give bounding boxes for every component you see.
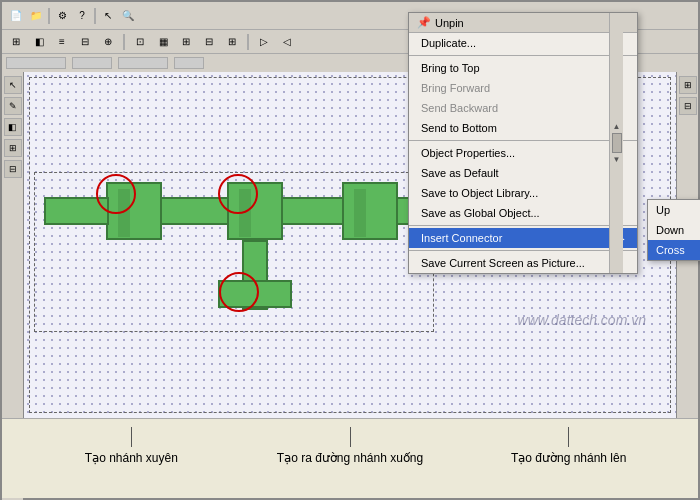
context-menu: 📌 Unpin ▲ ▼ Duplicate... Bring to Top Br… xyxy=(408,12,638,274)
menu-item-duplicate[interactable]: Duplicate... xyxy=(409,33,637,53)
tb3-element-1 xyxy=(6,57,66,69)
annotation-item-3: Tạo đường nhánh lên xyxy=(459,427,678,465)
tb2-icon-2[interactable]: ◧ xyxy=(29,33,49,51)
annotation-line-2 xyxy=(350,427,351,447)
connector-inner-right xyxy=(354,189,366,237)
tb3-element-4 xyxy=(174,57,204,69)
menu-item-insert-connector[interactable]: Insert Connector ▶ xyxy=(409,228,637,248)
annotation-line-3 xyxy=(568,427,569,447)
annotation-text-3: Tạo đường nhánh lên xyxy=(511,451,626,465)
scrollbar-container: ▲ ▼ xyxy=(609,13,623,273)
new-icon[interactable]: 📄 xyxy=(6,7,26,25)
left-sidebar-icon-4[interactable]: ⊞ xyxy=(4,139,22,157)
menu-item-save-global[interactable]: Save as Global Object... xyxy=(409,203,637,223)
tb2-icon-8[interactable]: ⊞ xyxy=(176,33,196,51)
tb2-icon-11[interactable]: ▷ xyxy=(254,33,274,51)
left-sidebar-icon-1[interactable]: ↖ xyxy=(4,76,22,94)
menu-item-bring-forward: Bring Forward xyxy=(409,78,637,98)
insert-connector-label: Insert Connector xyxy=(421,232,502,244)
submenu-item-up[interactable]: Up xyxy=(648,200,700,220)
annotation-item-1: Tạo nhánh xuyên xyxy=(22,427,241,465)
separator-1 xyxy=(48,8,50,24)
open-icon[interactable]: 📁 xyxy=(26,7,46,25)
connector-block-right xyxy=(342,182,398,240)
right-sidebar-icon-2[interactable]: ⊟ xyxy=(679,97,697,115)
menu-item-save-default[interactable]: Save as Default xyxy=(409,163,637,183)
submenu-item-cross[interactable]: Cross xyxy=(648,240,700,260)
tb2-icon-6[interactable]: ⊡ xyxy=(130,33,150,51)
scroll-down-icon[interactable]: ▼ xyxy=(613,155,621,164)
left-sidebar-icon-3[interactable]: ◧ xyxy=(4,118,22,136)
context-menu-header-label: Unpin xyxy=(435,17,464,29)
tb2-icon-7[interactable]: ▦ xyxy=(153,33,173,51)
menu-separator-2 xyxy=(409,140,637,141)
submenu-insert-connector: Up Down Cross xyxy=(647,199,700,261)
annotation-text-2: Tạo ra đường nhánh xuống xyxy=(277,451,423,465)
red-circle-bottom xyxy=(219,272,259,312)
tb2-icon-12[interactable]: ◁ xyxy=(277,33,297,51)
tb2-icon-4[interactable]: ⊟ xyxy=(75,33,95,51)
settings-icon[interactable]: ⚙ xyxy=(52,7,72,25)
tb2-icon-5[interactable]: ⊕ xyxy=(98,33,118,51)
separator-2 xyxy=(94,8,96,24)
separator-3 xyxy=(123,34,125,50)
menu-item-object-properties[interactable]: Object Properties... xyxy=(409,143,637,163)
annotation-line-1 xyxy=(131,427,132,447)
tb2-icon-1[interactable]: ⊞ xyxy=(6,33,26,51)
tb3-element-2 xyxy=(72,57,112,69)
submenu-item-down[interactable]: Down xyxy=(648,220,700,240)
menu-item-send-to-bottom[interactable]: Send to Bottom xyxy=(409,118,637,138)
menu-separator-1 xyxy=(409,55,637,56)
scroll-up-icon[interactable]: ▲ xyxy=(613,122,621,131)
red-circle-center xyxy=(218,174,258,214)
separator-4 xyxy=(247,34,249,50)
unpin-icon: 📌 xyxy=(417,16,431,29)
scrollbar-thumb xyxy=(612,133,622,153)
right-sidebar-icon-1[interactable]: ⊞ xyxy=(679,76,697,94)
tb2-icon-10[interactable]: ⊞ xyxy=(222,33,242,51)
annotation-area: Tạo nhánh xuyên Tạo ra đường nhánh xuống… xyxy=(2,418,698,498)
help-icon[interactable]: ? xyxy=(72,7,92,25)
main-window: 📄 📁 ⚙ ? ↖ 🔍 ⊞ ◧ ≡ ⊟ ⊕ ⊡ ▦ ⊞ ⊟ ⊞ ▷ ◁ xyxy=(0,0,700,500)
menu-item-bring-to-top[interactable]: Bring to Top xyxy=(409,58,637,78)
zoom-icon[interactable]: 🔍 xyxy=(118,7,138,25)
tb3-element-3 xyxy=(118,57,168,69)
menu-separator-3 xyxy=(409,225,637,226)
tb2-icon-9[interactable]: ⊟ xyxy=(199,33,219,51)
tb2-icon-3[interactable]: ≡ xyxy=(52,33,72,51)
menu-item-save-screen[interactable]: Save Current Screen as Picture... xyxy=(409,253,637,273)
red-circle-left xyxy=(96,174,136,214)
annotation-item-2: Tạo ra đường nhánh xuống xyxy=(241,427,460,465)
cursor-icon[interactable]: ↖ xyxy=(98,7,118,25)
pipe-diagram xyxy=(44,112,404,332)
context-menu-header[interactable]: 📌 Unpin ▲ ▼ xyxy=(409,13,637,33)
left-sidebar-icon-2[interactable]: ✎ xyxy=(4,97,22,115)
menu-separator-4 xyxy=(409,250,637,251)
left-sidebar-icon-5[interactable]: ⊟ xyxy=(4,160,22,178)
annotation-text-1: Tạo nhánh xuyên xyxy=(85,451,178,465)
menu-item-send-backward: Send Backward xyxy=(409,98,637,118)
menu-item-save-to-library[interactable]: Save to Object Library... xyxy=(409,183,637,203)
